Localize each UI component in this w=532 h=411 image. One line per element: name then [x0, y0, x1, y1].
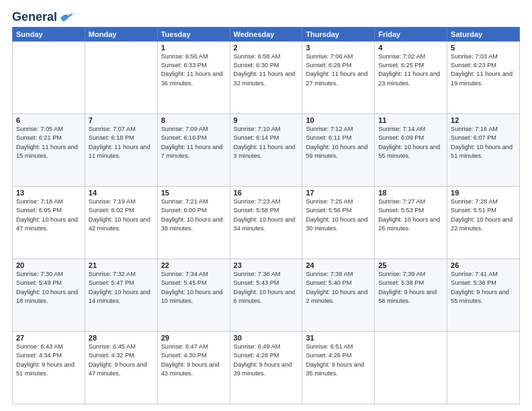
day-number: 6: [16, 116, 81, 124]
calendar-table: Sunday Monday Tuesday Wednesday Thursday…: [12, 27, 520, 404]
table-row: 7Sunrise: 7:07 AM Sunset: 6:18 PM Daylig…: [85, 113, 157, 186]
day-number: 11: [378, 116, 443, 124]
table-row: 13Sunrise: 7:18 AM Sunset: 6:05 PM Dayli…: [13, 186, 85, 259]
col-wednesday: Wednesday: [230, 27, 302, 41]
day-info: Sunrise: 7:10 AM Sunset: 6:14 PM Dayligh…: [234, 125, 299, 161]
calendar-week-row: 20Sunrise: 7:30 AM Sunset: 5:49 PM Dayli…: [13, 259, 520, 331]
table-row: [85, 41, 157, 113]
day-info: Sunrise: 7:21 AM Sunset: 6:00 PM Dayligh…: [161, 197, 226, 233]
calendar-week-row: 1Sunrise: 6:56 AM Sunset: 6:33 PM Daylig…: [13, 41, 520, 113]
day-info: Sunrise: 7:32 AM Sunset: 5:47 PM Dayligh…: [89, 270, 154, 306]
table-row: 28Sunrise: 6:45 AM Sunset: 4:32 PM Dayli…: [85, 331, 157, 404]
day-number: 1: [161, 44, 226, 52]
day-info: Sunrise: 7:02 AM Sunset: 6:25 PM Dayligh…: [378, 52, 443, 88]
day-info: Sunrise: 6:47 AM Sunset: 4:30 PM Dayligh…: [161, 342, 226, 378]
day-info: Sunrise: 6:58 AM Sunset: 6:30 PM Dayligh…: [234, 52, 299, 88]
day-number: 30: [234, 334, 299, 342]
table-row: 27Sunrise: 6:43 AM Sunset: 4:34 PM Dayli…: [13, 331, 85, 404]
day-number: 24: [306, 261, 371, 269]
day-info: Sunrise: 7:19 AM Sunset: 6:02 PM Dayligh…: [89, 197, 154, 233]
day-number: 8: [161, 116, 226, 124]
day-number: 2: [234, 44, 299, 52]
table-row: 2Sunrise: 6:58 AM Sunset: 6:30 PM Daylig…: [230, 41, 302, 113]
table-row: 23Sunrise: 7:36 AM Sunset: 5:43 PM Dayli…: [230, 259, 302, 331]
col-sunday: Sunday: [13, 27, 85, 41]
day-info: Sunrise: 7:36 AM Sunset: 5:43 PM Dayligh…: [234, 270, 299, 306]
day-info: Sunrise: 7:38 AM Sunset: 5:40 PM Dayligh…: [306, 270, 371, 306]
table-row: 18Sunrise: 7:27 AM Sunset: 5:53 PM Dayli…: [375, 186, 447, 259]
table-row: 9Sunrise: 7:10 AM Sunset: 6:14 PM Daylig…: [230, 113, 302, 186]
calendar-week-row: 6Sunrise: 7:05 AM Sunset: 6:21 PM Daylig…: [13, 113, 520, 186]
table-row: 30Sunrise: 6:49 AM Sunset: 4:28 PM Dayli…: [230, 331, 302, 404]
page: General Sunday Monday Tuesday Wednesday …: [0, 0, 532, 411]
day-number: 16: [234, 189, 299, 197]
day-info: Sunrise: 7:03 AM Sunset: 6:23 PM Dayligh…: [451, 52, 516, 88]
calendar-header-row: Sunday Monday Tuesday Wednesday Thursday…: [13, 27, 520, 41]
day-info: Sunrise: 7:39 AM Sunset: 5:38 PM Dayligh…: [378, 270, 443, 306]
day-info: Sunrise: 7:41 AM Sunset: 5:36 PM Dayligh…: [451, 270, 516, 306]
day-number: 31: [306, 334, 371, 342]
day-info: Sunrise: 7:18 AM Sunset: 6:05 PM Dayligh…: [16, 197, 81, 233]
day-info: Sunrise: 6:49 AM Sunset: 4:28 PM Dayligh…: [234, 342, 299, 378]
table-row: 15Sunrise: 7:21 AM Sunset: 6:00 PM Dayli…: [157, 186, 230, 259]
day-info: Sunrise: 7:34 AM Sunset: 5:45 PM Dayligh…: [161, 270, 226, 306]
day-info: Sunrise: 7:16 AM Sunset: 6:07 PM Dayligh…: [451, 125, 516, 161]
col-friday: Friday: [375, 27, 447, 41]
day-number: 7: [89, 116, 154, 124]
table-row: 3Sunrise: 7:00 AM Sunset: 6:28 PM Daylig…: [302, 41, 375, 113]
day-info: Sunrise: 7:12 AM Sunset: 6:11 PM Dayligh…: [306, 125, 371, 161]
day-info: Sunrise: 7:28 AM Sunset: 5:51 PM Dayligh…: [451, 197, 516, 233]
day-number: 25: [378, 261, 443, 269]
day-info: Sunrise: 7:05 AM Sunset: 6:21 PM Dayligh…: [16, 125, 81, 161]
logo-bird-icon: [59, 11, 74, 24]
day-info: Sunrise: 6:51 AM Sunset: 4:26 PM Dayligh…: [306, 342, 371, 378]
day-number: 19: [451, 189, 516, 197]
table-row: 31Sunrise: 6:51 AM Sunset: 4:26 PM Dayli…: [302, 331, 375, 404]
day-number: 12: [451, 116, 516, 124]
day-number: 17: [306, 189, 371, 197]
table-row: 29Sunrise: 6:47 AM Sunset: 4:30 PM Dayli…: [157, 331, 230, 404]
day-info: Sunrise: 7:27 AM Sunset: 5:53 PM Dayligh…: [378, 197, 443, 233]
table-row: [13, 41, 85, 113]
header: General: [12, 11, 520, 21]
table-row: 10Sunrise: 7:12 AM Sunset: 6:11 PM Dayli…: [302, 113, 375, 186]
day-number: 27: [16, 334, 81, 342]
day-info: Sunrise: 6:45 AM Sunset: 4:32 PM Dayligh…: [89, 342, 154, 378]
day-number: 18: [378, 189, 443, 197]
day-number: 9: [234, 116, 299, 124]
table-row: 1Sunrise: 6:56 AM Sunset: 6:33 PM Daylig…: [157, 41, 230, 113]
col-thursday: Thursday: [302, 27, 375, 41]
col-tuesday: Tuesday: [157, 27, 230, 41]
table-row: 22Sunrise: 7:34 AM Sunset: 5:45 PM Dayli…: [157, 259, 230, 331]
table-row: 6Sunrise: 7:05 AM Sunset: 6:21 PM Daylig…: [13, 113, 85, 186]
day-number: 4: [378, 44, 443, 52]
day-number: 10: [306, 116, 371, 124]
table-row: 19Sunrise: 7:28 AM Sunset: 5:51 PM Dayli…: [447, 186, 520, 259]
table-row: 8Sunrise: 7:09 AM Sunset: 6:16 PM Daylig…: [157, 113, 230, 186]
calendar-week-row: 13Sunrise: 7:18 AM Sunset: 6:05 PM Dayli…: [13, 186, 520, 259]
day-number: 13: [16, 189, 81, 197]
day-info: Sunrise: 6:56 AM Sunset: 6:33 PM Dayligh…: [161, 52, 226, 88]
table-row: 11Sunrise: 7:14 AM Sunset: 6:09 PM Dayli…: [375, 113, 447, 186]
table-row: 16Sunrise: 7:23 AM Sunset: 5:58 PM Dayli…: [230, 186, 302, 259]
table-row: 5Sunrise: 7:03 AM Sunset: 6:23 PM Daylig…: [447, 41, 520, 113]
table-row: 26Sunrise: 7:41 AM Sunset: 5:36 PM Dayli…: [447, 259, 520, 331]
day-info: Sunrise: 7:30 AM Sunset: 5:49 PM Dayligh…: [16, 270, 81, 306]
day-number: 26: [451, 261, 516, 269]
day-info: Sunrise: 7:09 AM Sunset: 6:16 PM Dayligh…: [161, 125, 226, 161]
day-info: Sunrise: 7:07 AM Sunset: 6:18 PM Dayligh…: [89, 125, 154, 161]
day-number: 28: [89, 334, 154, 342]
table-row: [447, 331, 520, 404]
day-number: 21: [89, 261, 154, 269]
day-number: 3: [306, 44, 371, 52]
day-number: 29: [161, 334, 226, 342]
calendar-week-row: 27Sunrise: 6:43 AM Sunset: 4:34 PM Dayli…: [13, 331, 520, 404]
day-info: Sunrise: 7:23 AM Sunset: 5:58 PM Dayligh…: [234, 197, 299, 233]
table-row: 20Sunrise: 7:30 AM Sunset: 5:49 PM Dayli…: [13, 259, 85, 331]
day-number: 15: [161, 189, 226, 197]
table-row: 4Sunrise: 7:02 AM Sunset: 6:25 PM Daylig…: [375, 41, 447, 113]
day-info: Sunrise: 7:25 AM Sunset: 5:56 PM Dayligh…: [306, 197, 371, 233]
day-info: Sunrise: 6:43 AM Sunset: 4:34 PM Dayligh…: [16, 342, 81, 378]
col-monday: Monday: [85, 27, 157, 41]
day-number: 5: [451, 44, 516, 52]
